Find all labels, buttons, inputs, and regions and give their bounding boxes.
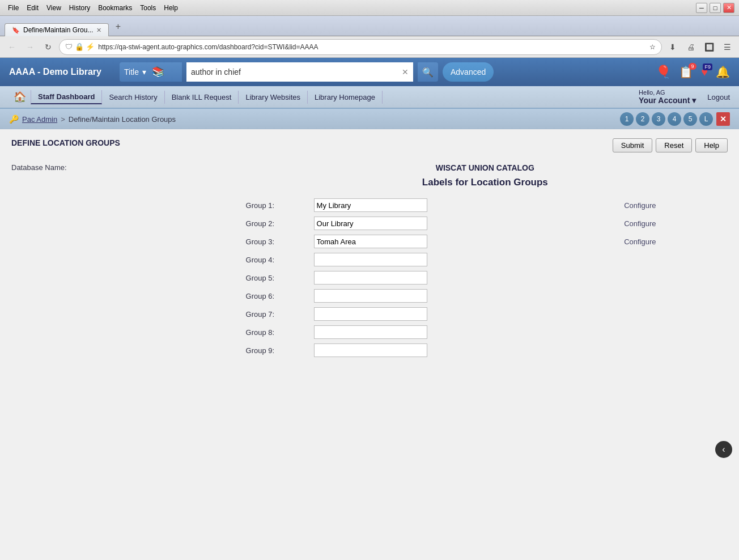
- group-label-8: Group 8:: [243, 323, 311, 341]
- group-row-6: Group 6:: [243, 287, 728, 305]
- breadcrumb-current: Define/Maintain Location Groups: [69, 115, 176, 124]
- group-row-3: Group 3:Configure: [243, 232, 728, 251]
- group-input-cell-8: [311, 323, 615, 341]
- search-db-icon: 📚: [152, 66, 164, 78]
- print-icon[interactable]: 🖨: [683, 40, 698, 54]
- configure-link-1[interactable]: Configure: [618, 201, 656, 210]
- group-configure-cell-9: [615, 341, 728, 359]
- breadcrumb-parent-link[interactable]: Pac Admin: [22, 115, 57, 124]
- groups-table: Group 1:ConfigureGroup 2:ConfigureGroup …: [243, 196, 728, 359]
- group-input-cell-1: [311, 196, 615, 214]
- menu-view[interactable]: View: [43, 3, 65, 13]
- search-go-button[interactable]: 🔍: [418, 62, 438, 82]
- form-title: DEFINE LOCATION GROUPS: [11, 138, 120, 147]
- close-button[interactable]: ✕: [723, 3, 734, 13]
- step-circles: 1 2 3 4 5 L: [620, 112, 713, 126]
- step-2-button[interactable]: 2: [636, 112, 649, 126]
- address-bar[interactable]: 🛡 🔒 ⚡ https://qa-stwi-agent.auto-graphic…: [59, 39, 662, 55]
- menu-tools[interactable]: Tools: [137, 3, 159, 13]
- group-configure-cell-2: Configure: [615, 214, 728, 232]
- reset-button[interactable]: Reset: [656, 138, 692, 152]
- bookmark-star-icon[interactable]: ☆: [649, 43, 656, 51]
- logout-button[interactable]: Logout: [707, 93, 730, 101]
- group-input-8[interactable]: [314, 325, 427, 339]
- group-input-3[interactable]: [314, 235, 427, 248]
- form-header-row: DEFINE LOCATION GROUPS Submit Reset Help: [11, 138, 728, 154]
- menu-edit[interactable]: Edit: [23, 3, 42, 13]
- home-button[interactable]: 🏠: [9, 88, 31, 105]
- group-row-2: Group 2:Configure: [243, 214, 728, 232]
- new-tab-button[interactable]: +: [111, 20, 125, 33]
- group-input-cell-7: [311, 305, 615, 323]
- menu-help[interactable]: Help: [160, 3, 181, 13]
- alerts-bell-button[interactable]: 🔔: [716, 65, 730, 79]
- maximize-button[interactable]: □: [710, 3, 721, 13]
- step-5-button[interactable]: 5: [683, 112, 697, 126]
- search-clear-icon[interactable]: ✕: [402, 67, 409, 77]
- group-label-4: Group 4:: [243, 251, 311, 269]
- group-label-6: Group 6:: [243, 287, 311, 305]
- menu-bookmarks[interactable]: Bookmarks: [95, 3, 135, 13]
- group-input-4[interactable]: [314, 253, 427, 266]
- search-type-dropdown[interactable]: Title ▾ 📚: [120, 62, 182, 82]
- extensions-icon[interactable]: 🔲: [702, 40, 716, 54]
- account-greeting-area: Hello, AG Your Account ▾: [639, 89, 696, 105]
- db-name-label: Database Name:: [11, 163, 67, 172]
- configure-link-3[interactable]: Configure: [618, 237, 656, 246]
- f9-badge: F9: [703, 63, 712, 70]
- db-name-area: Database Name:: [11, 163, 67, 172]
- nav-library-websites[interactable]: Library Websites: [239, 91, 308, 104]
- menu-file[interactable]: File: [5, 3, 22, 13]
- tab-title: Define/Maintain Grou...: [23, 26, 93, 34]
- forward-nav-button[interactable]: →: [23, 40, 37, 54]
- nav-staff-dashboard[interactable]: Staff Dashboard: [31, 90, 102, 104]
- step-3-button[interactable]: 3: [652, 112, 665, 126]
- search-input[interactable]: [191, 67, 402, 77]
- group-row-8: Group 8:: [243, 323, 728, 341]
- db-content-area: WISCAT UNION CATALOG Labels for Location…: [84, 163, 728, 359]
- balloon-icon[interactable]: 🎈: [656, 65, 671, 79]
- menu-icon[interactable]: ☰: [720, 40, 734, 54]
- breadcrumb-separator: >: [61, 115, 65, 124]
- group-input-cell-5: [311, 269, 615, 287]
- advanced-search-button[interactable]: Advanced: [443, 62, 494, 82]
- group-input-6[interactable]: [314, 289, 427, 303]
- nav-search-history[interactable]: Search History: [102, 91, 164, 104]
- browser-window-controls: ─ □ ✕: [696, 3, 734, 13]
- group-input-1[interactable]: [314, 198, 427, 212]
- back-nav-button[interactable]: ←: [5, 40, 19, 54]
- group-input-5[interactable]: [314, 271, 427, 285]
- browser-tab-active[interactable]: 🔖 Define/Maintain Grou... ✕: [5, 23, 109, 36]
- form-action-buttons: Submit Reset Help: [613, 138, 728, 152]
- group-input-7[interactable]: [314, 307, 427, 321]
- step-4-button[interactable]: 4: [668, 112, 681, 126]
- submit-button[interactable]: Submit: [613, 138, 652, 152]
- group-input-2[interactable]: [314, 217, 427, 230]
- close-panel-button[interactable]: ✕: [716, 112, 730, 126]
- step-1-button[interactable]: 1: [620, 112, 634, 126]
- nav-library-homepage[interactable]: Library Homepage: [308, 91, 383, 104]
- group-row-5: Group 5:: [243, 269, 728, 287]
- group-label-3: Group 3:: [243, 232, 311, 251]
- search-type-label: Title: [124, 67, 139, 77]
- group-input-9[interactable]: [314, 343, 427, 357]
- help-button[interactable]: Help: [695, 138, 728, 152]
- group-input-cell-6: [311, 287, 615, 305]
- downloads-icon[interactable]: ⬇: [665, 40, 680, 54]
- group-label-9: Group 9:: [243, 341, 311, 359]
- favorites-button[interactable]: ♥ F9: [701, 66, 708, 79]
- group-label-2: Group 2:: [243, 214, 311, 232]
- tab-close-button[interactable]: ✕: [96, 27, 101, 34]
- step-l-button[interactable]: L: [699, 112, 713, 126]
- browser-toolbar-icons: ⬇ 🖨 🔲 ☰: [665, 40, 734, 54]
- group-configure-cell-1: Configure: [615, 196, 728, 214]
- menu-history[interactable]: History: [66, 3, 94, 13]
- configure-link-2[interactable]: Configure: [618, 219, 656, 228]
- minimize-button[interactable]: ─: [696, 3, 707, 13]
- group-configure-cell-5: [615, 269, 728, 287]
- notifications-button[interactable]: 📋 9: [679, 65, 693, 79]
- nav-blank-ill[interactable]: Blank ILL Request: [165, 91, 239, 104]
- refresh-nav-button[interactable]: ↻: [41, 40, 56, 54]
- your-account-link[interactable]: Your Account ▾: [639, 96, 696, 105]
- tab-favicon: 🔖: [12, 27, 20, 34]
